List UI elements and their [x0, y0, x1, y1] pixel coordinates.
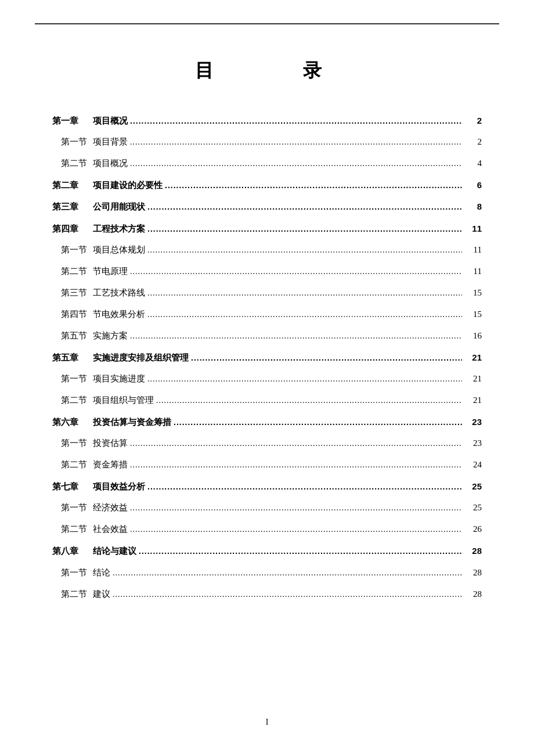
toc-page: 6 [464, 177, 482, 193]
toc-dots [174, 415, 462, 430]
page-title: 目 录 [52, 58, 482, 84]
toc-item-ch3: 第三章公司用能现状8 [52, 199, 482, 214]
toc-page: 8 [464, 199, 482, 214]
toc-page: 26 [464, 521, 482, 537]
toc-item-ch4: 第四章工程技术方案11 [52, 221, 482, 236]
toc-num: 第一节 [52, 242, 93, 258]
toc-num: 第一节 [52, 371, 93, 387]
toc-dots [113, 566, 462, 580]
toc-dots [130, 114, 462, 128]
toc-item-ch6: 第六章投资估算与资金筹措23 [52, 414, 482, 430]
toc-title: 项目实施进度 [93, 371, 145, 387]
toc-dots [147, 222, 462, 236]
toc-title: 节电原理 [93, 264, 128, 279]
toc-dots [130, 135, 462, 149]
toc-dots [113, 587, 462, 602]
toc-title: 项目背景 [93, 134, 128, 150]
toc-title: 社会效益 [93, 521, 128, 537]
toc-dots [130, 522, 462, 537]
toc-num: 第一节 [52, 134, 93, 150]
toc-page: 24 [464, 457, 482, 473]
toc-title: 经济效益 [93, 500, 128, 516]
toc-page: 21 [464, 393, 482, 408]
toc-title: 投资估算 [93, 435, 128, 451]
toc-dots [147, 286, 462, 300]
toc-dots [130, 264, 462, 279]
toc-dots [130, 501, 462, 515]
toc-dots [130, 329, 462, 343]
toc-title: 项目概况 [93, 113, 128, 128]
toc-title: 项目效益分析 [93, 478, 145, 494]
toc-num: 第三节 [52, 285, 93, 301]
toc-num: 第五节 [52, 328, 93, 344]
toc-item-s1-1: 第一节项目背景2 [52, 134, 482, 150]
toc-title: 项目组织与管理 [93, 393, 154, 408]
toc-item-s6-2: 第二节资金筹措24 [52, 457, 482, 473]
toc-page: 25 [464, 500, 482, 516]
toc-page: 16 [464, 328, 482, 344]
toc-page: 21 [464, 350, 482, 365]
footer-page-number: I [0, 718, 534, 727]
toc-item-s5-2: 第二节项目组织与管理21 [52, 393, 482, 408]
toc-num: 第一节 [52, 565, 93, 581]
toc-page: 21 [464, 371, 482, 387]
toc-num: 第四节 [52, 307, 93, 322]
toc-page: 23 [464, 435, 482, 451]
toc-dots [147, 372, 462, 386]
toc-page: 4 [464, 156, 482, 171]
toc-title: 结论 [93, 565, 110, 581]
toc-num: 第二节 [52, 586, 93, 602]
toc-num: 第一节 [52, 435, 93, 451]
toc-item-s4-5: 第五节实施方案16 [52, 328, 482, 344]
toc-title: 公司用能现状 [93, 199, 145, 214]
toc-dots [156, 393, 462, 408]
toc-item-s8-1: 第一节结论28 [52, 565, 482, 581]
toc-num: 第二节 [52, 521, 93, 537]
toc-num: 第七章 [52, 478, 93, 494]
toc-item-s6-1: 第一节投资估算23 [52, 435, 482, 451]
toc-num: 第二章 [52, 177, 93, 193]
toc-item-s5-1: 第一节项目实施进度21 [52, 371, 482, 387]
toc-dots [130, 436, 462, 451]
toc-item-s8-2: 第二节建议28 [52, 586, 482, 602]
toc-item-s7-2: 第二节社会效益26 [52, 521, 482, 537]
toc-dots [130, 156, 462, 171]
toc-item-s4-1: 第一节项目总体规划11 [52, 242, 482, 258]
toc-item-ch1: 第一章项目概况2 [52, 113, 482, 128]
toc-num: 第一节 [52, 500, 93, 516]
toc-title: 建议 [93, 586, 110, 602]
toc-container: 第一章项目概况2第一节项目背景2第二节项目概况4第二章项目建设的必要性6第三章公… [52, 113, 482, 602]
toc-page: 2 [464, 113, 482, 128]
toc-num: 第二节 [52, 156, 93, 171]
toc-item-s7-1: 第一节经济效益25 [52, 500, 482, 516]
toc-title: 工程技术方案 [93, 221, 145, 236]
toc-item-s4-2: 第二节节电原理11 [52, 264, 482, 279]
toc-page: 25 [464, 478, 482, 494]
toc-title: 节电效果分析 [93, 307, 145, 322]
toc-page: 28 [464, 543, 482, 559]
toc-dots [191, 351, 462, 365]
toc-dots [147, 200, 462, 214]
toc-item-s1-2: 第二节项目概况4 [52, 156, 482, 171]
toc-num: 第二节 [52, 264, 93, 279]
toc-title: 工艺技术路线 [93, 285, 145, 301]
toc-page: 11 [464, 221, 482, 236]
toc-dots [165, 178, 462, 193]
toc-num: 第一章 [52, 113, 93, 128]
toc-dots [147, 243, 462, 257]
toc-title: 项目总体规划 [93, 242, 145, 258]
toc-page: 28 [464, 565, 482, 581]
toc-dots [139, 544, 462, 559]
toc-page: 15 [464, 307, 482, 322]
toc-num: 第三章 [52, 199, 93, 214]
toc-item-ch5: 第五章实施进度安排及组织管理21 [52, 350, 482, 365]
toc-dots [147, 307, 462, 322]
toc-title: 项目概况 [93, 156, 128, 171]
toc-item-ch2: 第二章项目建设的必要性6 [52, 177, 482, 193]
toc-num: 第五章 [52, 350, 93, 365]
toc-item-ch8: 第八章结论与建议28 [52, 543, 482, 559]
toc-title: 项目建设的必要性 [93, 177, 163, 193]
toc-page: 2 [464, 134, 482, 150]
toc-item-s4-4: 第四节节电效果分析15 [52, 307, 482, 322]
toc-title: 实施进度安排及组织管理 [93, 350, 189, 365]
